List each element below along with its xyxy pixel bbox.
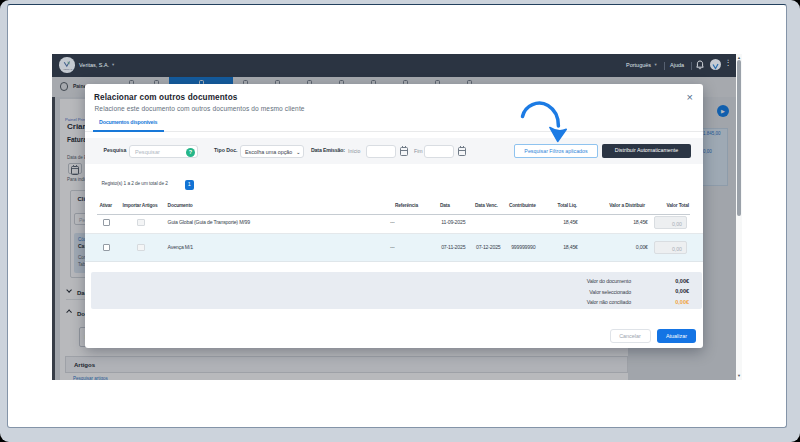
svg-text:VERITAS: VERITAS [63,68,73,70]
